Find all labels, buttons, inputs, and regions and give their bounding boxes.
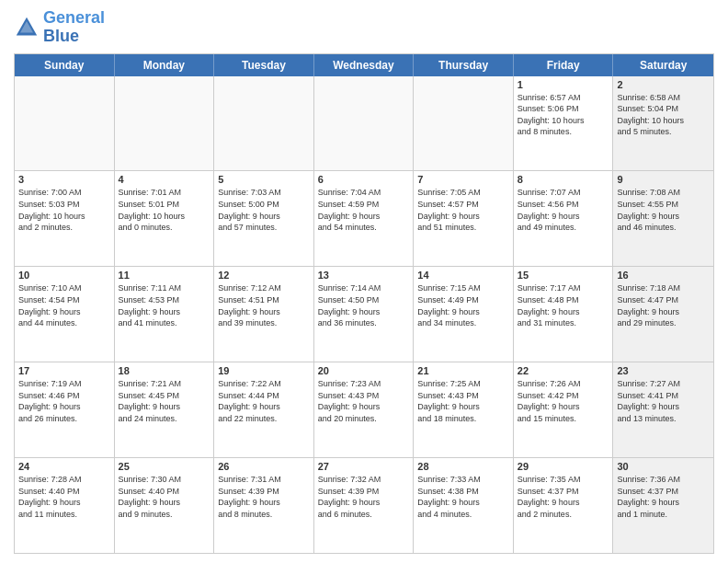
day-cell-25: 25Sunrise: 7:30 AMSunset: 4:40 PMDayligh… xyxy=(115,458,215,553)
day-info: Sunrise: 7:07 AMSunset: 4:56 PMDaylight:… xyxy=(518,187,609,233)
day-number: 7 xyxy=(417,174,509,185)
empty-cell xyxy=(15,76,115,171)
day-cell-8: 8Sunrise: 7:07 AMSunset: 4:56 PMDaylight… xyxy=(514,171,614,266)
day-number: 18 xyxy=(119,365,210,376)
cal-week-4: 17Sunrise: 7:19 AMSunset: 4:46 PMDayligh… xyxy=(15,362,713,458)
calendar-body: 1Sunrise: 6:57 AMSunset: 5:06 PMDaylight… xyxy=(15,76,713,553)
day-cell-10: 10Sunrise: 7:10 AMSunset: 4:54 PMDayligh… xyxy=(15,267,115,362)
day-number: 20 xyxy=(318,365,410,376)
day-cell-16: 16Sunrise: 7:18 AMSunset: 4:47 PMDayligh… xyxy=(613,267,713,362)
header-day-thursday: Thursday xyxy=(414,54,514,76)
day-number: 6 xyxy=(318,174,410,185)
day-info: Sunrise: 7:15 AMSunset: 4:49 PMDaylight:… xyxy=(417,282,509,328)
day-info: Sunrise: 7:21 AMSunset: 4:45 PMDaylight:… xyxy=(119,378,210,424)
day-info: Sunrise: 7:10 AMSunset: 4:54 PMDaylight:… xyxy=(18,282,110,328)
day-number: 12 xyxy=(218,270,310,281)
day-cell-28: 28Sunrise: 7:33 AMSunset: 4:38 PMDayligh… xyxy=(414,458,514,553)
day-cell-12: 12Sunrise: 7:12 AMSunset: 4:51 PMDayligh… xyxy=(214,267,314,362)
day-cell-7: 7Sunrise: 7:05 AMSunset: 4:57 PMDaylight… xyxy=(414,171,514,266)
day-number: 13 xyxy=(318,270,410,281)
day-cell-5: 5Sunrise: 7:03 AMSunset: 5:00 PMDaylight… xyxy=(214,171,314,266)
header-day-sunday: Sunday xyxy=(15,54,115,76)
day-info: Sunrise: 6:57 AMSunset: 5:06 PMDaylight:… xyxy=(518,92,609,138)
header-day-friday: Friday xyxy=(514,54,614,76)
header-day-wednesday: Wednesday xyxy=(314,54,415,76)
day-info: Sunrise: 7:35 AMSunset: 4:37 PMDaylight:… xyxy=(518,474,609,520)
day-number: 30 xyxy=(617,461,710,472)
empty-cell xyxy=(214,76,314,171)
day-cell-15: 15Sunrise: 7:17 AMSunset: 4:48 PMDayligh… xyxy=(514,267,614,362)
empty-cell xyxy=(414,76,514,171)
day-number: 2 xyxy=(617,79,710,90)
day-info: Sunrise: 7:22 AMSunset: 4:44 PMDaylight:… xyxy=(218,378,310,424)
header-day-monday: Monday xyxy=(115,54,215,76)
calendar-header: SundayMondayTuesdayWednesdayThursdayFrid… xyxy=(15,54,713,76)
day-number: 19 xyxy=(218,365,310,376)
day-number: 3 xyxy=(18,174,110,185)
day-info: Sunrise: 7:14 AMSunset: 4:50 PMDaylight:… xyxy=(318,282,410,328)
day-number: 23 xyxy=(617,365,710,376)
day-cell-3: 3Sunrise: 7:00 AMSunset: 5:03 PMDaylight… xyxy=(15,171,115,266)
logo-text: General Blue xyxy=(43,9,105,46)
day-info: Sunrise: 7:17 AMSunset: 4:48 PMDaylight:… xyxy=(518,282,609,328)
day-cell-19: 19Sunrise: 7:22 AMSunset: 4:44 PMDayligh… xyxy=(214,362,314,457)
day-number: 22 xyxy=(518,365,609,376)
day-number: 1 xyxy=(518,79,609,90)
cal-week-2: 3Sunrise: 7:00 AMSunset: 5:03 PMDaylight… xyxy=(15,171,713,267)
day-info: Sunrise: 7:27 AMSunset: 4:41 PMDaylight:… xyxy=(617,378,710,424)
day-info: Sunrise: 7:31 AMSunset: 4:39 PMDaylight:… xyxy=(218,474,310,520)
day-number: 5 xyxy=(218,174,310,185)
header-day-tuesday: Tuesday xyxy=(214,54,314,76)
day-cell-6: 6Sunrise: 7:04 AMSunset: 4:59 PMDaylight… xyxy=(314,171,415,266)
day-cell-29: 29Sunrise: 7:35 AMSunset: 4:37 PMDayligh… xyxy=(514,458,614,553)
day-cell-2: 2Sunrise: 6:58 AMSunset: 5:04 PMDaylight… xyxy=(613,76,713,171)
day-cell-4: 4Sunrise: 7:01 AMSunset: 5:01 PMDaylight… xyxy=(115,171,215,266)
page: General Blue SundayMondayTuesdayWednesda… xyxy=(0,0,728,563)
day-info: Sunrise: 7:00 AMSunset: 5:03 PMDaylight:… xyxy=(18,187,110,233)
empty-cell xyxy=(314,76,415,171)
day-number: 16 xyxy=(617,270,710,281)
day-number: 27 xyxy=(318,461,410,472)
day-info: Sunrise: 7:26 AMSunset: 4:42 PMDaylight:… xyxy=(518,378,609,424)
day-cell-22: 22Sunrise: 7:26 AMSunset: 4:42 PMDayligh… xyxy=(514,362,614,457)
day-cell-1: 1Sunrise: 6:57 AMSunset: 5:06 PMDaylight… xyxy=(514,76,614,171)
day-cell-20: 20Sunrise: 7:23 AMSunset: 4:43 PMDayligh… xyxy=(314,362,415,457)
day-cell-30: 30Sunrise: 7:36 AMSunset: 4:37 PMDayligh… xyxy=(613,458,713,553)
day-number: 24 xyxy=(18,461,110,472)
day-info: Sunrise: 7:19 AMSunset: 4:46 PMDaylight:… xyxy=(18,378,110,424)
day-info: Sunrise: 7:36 AMSunset: 4:37 PMDaylight:… xyxy=(617,474,710,520)
day-number: 25 xyxy=(119,461,210,472)
day-info: Sunrise: 7:25 AMSunset: 4:43 PMDaylight:… xyxy=(417,378,509,424)
day-cell-26: 26Sunrise: 7:31 AMSunset: 4:39 PMDayligh… xyxy=(214,458,314,553)
day-info: Sunrise: 7:04 AMSunset: 4:59 PMDaylight:… xyxy=(318,187,410,233)
day-info: Sunrise: 7:08 AMSunset: 4:55 PMDaylight:… xyxy=(617,187,710,233)
day-number: 10 xyxy=(18,270,110,281)
day-info: Sunrise: 7:11 AMSunset: 4:53 PMDaylight:… xyxy=(119,282,210,328)
day-info: Sunrise: 7:32 AMSunset: 4:39 PMDaylight:… xyxy=(318,474,410,520)
day-info: Sunrise: 7:01 AMSunset: 5:01 PMDaylight:… xyxy=(119,187,210,233)
day-info: Sunrise: 7:23 AMSunset: 4:43 PMDaylight:… xyxy=(318,378,410,424)
logo-icon xyxy=(14,15,40,40)
day-number: 17 xyxy=(18,365,110,376)
day-info: Sunrise: 7:30 AMSunset: 4:40 PMDaylight:… xyxy=(119,474,210,520)
day-cell-11: 11Sunrise: 7:11 AMSunset: 4:53 PMDayligh… xyxy=(115,267,215,362)
day-info: Sunrise: 7:28 AMSunset: 4:40 PMDaylight:… xyxy=(18,474,110,520)
day-number: 28 xyxy=(417,461,509,472)
day-cell-27: 27Sunrise: 7:32 AMSunset: 4:39 PMDayligh… xyxy=(314,458,415,553)
day-info: Sunrise: 7:12 AMSunset: 4:51 PMDaylight:… xyxy=(218,282,310,328)
day-cell-14: 14Sunrise: 7:15 AMSunset: 4:49 PMDayligh… xyxy=(414,267,514,362)
day-number: 8 xyxy=(518,174,609,185)
day-info: Sunrise: 7:03 AMSunset: 5:00 PMDaylight:… xyxy=(218,187,310,233)
day-number: 4 xyxy=(119,174,210,185)
day-cell-18: 18Sunrise: 7:21 AMSunset: 4:45 PMDayligh… xyxy=(115,362,215,457)
header: General Blue xyxy=(14,9,714,46)
day-cell-13: 13Sunrise: 7:14 AMSunset: 4:50 PMDayligh… xyxy=(314,267,415,362)
day-cell-23: 23Sunrise: 7:27 AMSunset: 4:41 PMDayligh… xyxy=(613,362,713,457)
cal-week-5: 24Sunrise: 7:28 AMSunset: 4:40 PMDayligh… xyxy=(15,458,713,553)
day-number: 21 xyxy=(417,365,509,376)
day-number: 26 xyxy=(218,461,310,472)
day-number: 14 xyxy=(417,270,509,281)
empty-cell xyxy=(115,76,215,171)
day-cell-17: 17Sunrise: 7:19 AMSunset: 4:46 PMDayligh… xyxy=(15,362,115,457)
day-number: 9 xyxy=(617,174,710,185)
